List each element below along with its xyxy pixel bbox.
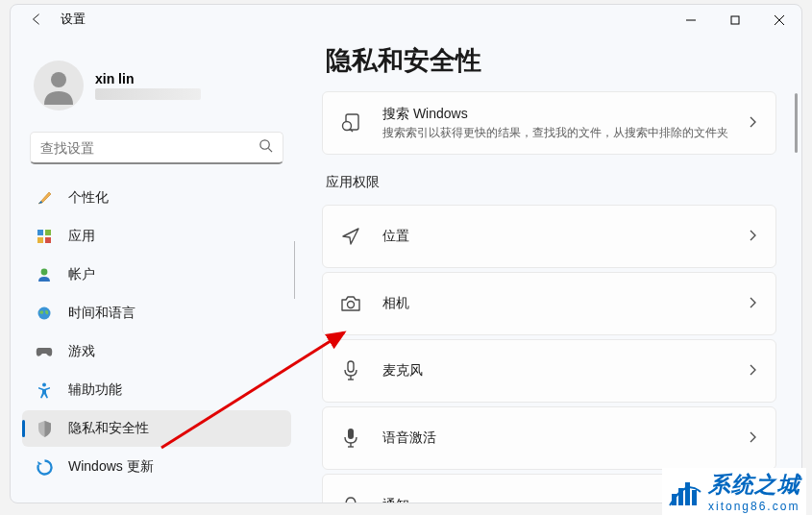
card-microphone[interactable]: 麦克风 [322,339,776,403]
search-doc-icon [340,112,361,134]
card-location[interactable]: 位置 [322,205,776,268]
gamepad-icon [36,343,53,360]
profile[interactable]: xin lin [22,43,291,122]
person-icon [36,266,53,283]
scrollbar[interactable] [795,93,798,153]
watermark-url: xitong86.com [708,500,800,513]
window-title: 设置 [61,11,86,28]
svg-rect-7 [37,230,43,235]
back-button[interactable] [30,12,43,26]
sidebar-item-gaming[interactable]: 游戏 [22,333,291,370]
shield-icon [36,420,53,437]
svg-point-12 [38,307,51,320]
svg-rect-9 [37,237,43,243]
scroll-indicator [294,241,295,299]
chevron-right-icon [747,295,758,312]
search-field[interactable] [40,140,258,156]
svg-rect-21 [348,429,354,439]
sidebar-item-label: 隐私和安全性 [68,420,149,437]
card-title: 位置 [382,228,747,245]
apps-icon [36,228,53,245]
sidebar-item-windows-update[interactable]: Windows 更新 [22,449,291,485]
profile-email [95,88,201,100]
avatar [34,61,84,110]
chevron-right-icon [747,228,758,245]
section-label: 应用权限 [322,159,776,205]
svg-point-5 [260,140,269,149]
sidebar-item-time-language[interactable]: 时间和语言 [22,295,291,331]
svg-rect-8 [45,230,51,235]
card-title: 语音激活 [382,429,747,447]
chevron-right-icon [747,429,758,447]
sidebar-item-accounts[interactable]: 帐户 [22,257,291,293]
sidebar-item-apps[interactable]: 应用 [22,218,291,255]
voice-icon [340,428,361,449]
chevron-right-icon [747,114,758,132]
sidebar-item-label: Windows 更新 [68,458,154,476]
location-icon [340,226,361,247]
card-camera[interactable]: 相机 [322,272,776,335]
page-title: 隐私和安全性 [322,43,776,91]
camera-icon [340,293,361,314]
maximize-button[interactable] [713,5,757,36]
nav: 个性化 应用 帐户 时 [22,178,291,487]
sidebar-item-accessibility[interactable]: 辅助功能 [22,372,291,408]
search-icon [258,138,273,157]
card-subtitle: 搜索索引以获得更快的结果，查找我的文件，从搜索中排除的文件夹 [382,125,747,141]
card-title: 搜索 Windows [382,106,747,123]
svg-rect-1 [731,16,739,24]
content: 隐私和安全性 搜索 Windows 搜索索引以获得更快的结果，查找我的文件，从搜… [299,43,801,503]
update-icon [36,458,53,476]
card-search-windows[interactable]: 搜索 Windows 搜索索引以获得更快的结果，查找我的文件，从搜索中排除的文件… [322,91,776,155]
sidebar-item-personalization[interactable]: 个性化 [22,180,291,216]
brush-icon [36,189,53,207]
watermark: 系统之城 xitong86.com [662,468,806,515]
svg-point-4 [51,72,66,87]
sidebar-item-label: 应用 [68,228,95,245]
titlebar: 设置 [11,5,801,43]
bell-icon [340,495,361,503]
minimize-button[interactable] [669,5,713,36]
svg-point-11 [41,269,48,276]
chevron-right-icon [747,362,758,380]
accessibility-icon [36,381,53,399]
sidebar: xin lin 个性化 [11,43,299,503]
sidebar-item-privacy-security[interactable]: 隐私和安全性 [22,410,291,447]
svg-rect-28 [685,482,690,505]
card-title: 麦克风 [382,362,747,380]
svg-rect-29 [692,490,697,505]
globe-icon [36,305,53,322]
card-voice-activation[interactable]: 语音激活 [322,406,776,470]
microphone-icon [340,360,361,381]
svg-point-13 [42,382,46,386]
profile-name: xin lin [95,71,201,86]
svg-point-17 [348,302,355,308]
watermark-icon [668,477,702,507]
sidebar-item-label: 帐户 [68,266,95,283]
sidebar-item-label: 时间和语言 [68,305,135,322]
svg-rect-18 [348,361,354,372]
sidebar-item-label: 游戏 [68,343,95,360]
card-title: 相机 [382,295,747,312]
svg-line-6 [268,148,272,152]
search-input[interactable] [30,132,283,164]
svg-point-15 [343,122,352,131]
svg-rect-10 [45,237,51,243]
close-button[interactable] [757,5,801,36]
sidebar-item-label: 个性化 [68,189,109,207]
sidebar-item-label: 辅助功能 [68,381,122,399]
watermark-title: 系统之城 [708,470,800,500]
